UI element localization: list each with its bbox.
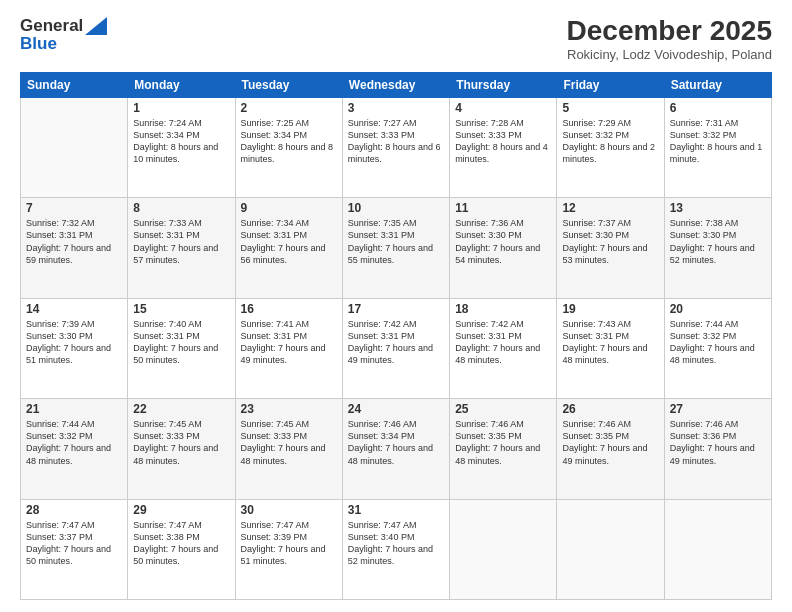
table-row: 13Sunrise: 7:38 AMSunset: 3:30 PMDayligh… — [664, 198, 771, 298]
day-info: Sunrise: 7:43 AMSunset: 3:31 PMDaylight:… — [562, 318, 658, 367]
table-row: 18Sunrise: 7:42 AMSunset: 3:31 PMDayligh… — [450, 298, 557, 398]
day-number: 14 — [26, 302, 122, 316]
day-info: Sunrise: 7:33 AMSunset: 3:31 PMDaylight:… — [133, 217, 229, 266]
table-row: 14Sunrise: 7:39 AMSunset: 3:30 PMDayligh… — [21, 298, 128, 398]
table-row: 11Sunrise: 7:36 AMSunset: 3:30 PMDayligh… — [450, 198, 557, 298]
calendar-header-row: Sunday Monday Tuesday Wednesday Thursday… — [21, 72, 772, 97]
col-thursday: Thursday — [450, 72, 557, 97]
day-info: Sunrise: 7:44 AMSunset: 3:32 PMDaylight:… — [26, 418, 122, 467]
day-info: Sunrise: 7:36 AMSunset: 3:30 PMDaylight:… — [455, 217, 551, 266]
table-row: 15Sunrise: 7:40 AMSunset: 3:31 PMDayligh… — [128, 298, 235, 398]
day-number: 17 — [348, 302, 444, 316]
day-info: Sunrise: 7:42 AMSunset: 3:31 PMDaylight:… — [348, 318, 444, 367]
day-number: 11 — [455, 201, 551, 215]
day-number: 20 — [670, 302, 766, 316]
day-number: 22 — [133, 402, 229, 416]
day-info: Sunrise: 7:46 AMSunset: 3:35 PMDaylight:… — [455, 418, 551, 467]
day-info: Sunrise: 7:44 AMSunset: 3:32 PMDaylight:… — [670, 318, 766, 367]
day-number: 25 — [455, 402, 551, 416]
day-info: Sunrise: 7:24 AMSunset: 3:34 PMDaylight:… — [133, 117, 229, 166]
day-number: 3 — [348, 101, 444, 115]
table-row: 2Sunrise: 7:25 AMSunset: 3:34 PMDaylight… — [235, 97, 342, 197]
table-row: 17Sunrise: 7:42 AMSunset: 3:31 PMDayligh… — [342, 298, 449, 398]
calendar-week-row: 7Sunrise: 7:32 AMSunset: 3:31 PMDaylight… — [21, 198, 772, 298]
day-number: 27 — [670, 402, 766, 416]
table-row — [664, 499, 771, 599]
table-row: 28Sunrise: 7:47 AMSunset: 3:37 PMDayligh… — [21, 499, 128, 599]
day-number: 12 — [562, 201, 658, 215]
day-number: 2 — [241, 101, 337, 115]
table-row: 5Sunrise: 7:29 AMSunset: 3:32 PMDaylight… — [557, 97, 664, 197]
month-title: December 2025 — [567, 16, 772, 47]
day-number: 4 — [455, 101, 551, 115]
col-friday: Friday — [557, 72, 664, 97]
day-number: 21 — [26, 402, 122, 416]
day-info: Sunrise: 7:37 AMSunset: 3:30 PMDaylight:… — [562, 217, 658, 266]
calendar-week-row: 14Sunrise: 7:39 AMSunset: 3:30 PMDayligh… — [21, 298, 772, 398]
col-saturday: Saturday — [664, 72, 771, 97]
table-row: 16Sunrise: 7:41 AMSunset: 3:31 PMDayligh… — [235, 298, 342, 398]
table-row: 27Sunrise: 7:46 AMSunset: 3:36 PMDayligh… — [664, 399, 771, 499]
svg-marker-0 — [85, 17, 107, 35]
table-row: 21Sunrise: 7:44 AMSunset: 3:32 PMDayligh… — [21, 399, 128, 499]
day-number: 10 — [348, 201, 444, 215]
day-info: Sunrise: 7:41 AMSunset: 3:31 PMDaylight:… — [241, 318, 337, 367]
day-info: Sunrise: 7:34 AMSunset: 3:31 PMDaylight:… — [241, 217, 337, 266]
header: General Blue December 2025 Rokiciny, Lod… — [20, 16, 772, 62]
day-info: Sunrise: 7:45 AMSunset: 3:33 PMDaylight:… — [133, 418, 229, 467]
day-info: Sunrise: 7:35 AMSunset: 3:31 PMDaylight:… — [348, 217, 444, 266]
table-row: 26Sunrise: 7:46 AMSunset: 3:35 PMDayligh… — [557, 399, 664, 499]
calendar-week-row: 21Sunrise: 7:44 AMSunset: 3:32 PMDayligh… — [21, 399, 772, 499]
day-info: Sunrise: 7:27 AMSunset: 3:33 PMDaylight:… — [348, 117, 444, 166]
table-row: 8Sunrise: 7:33 AMSunset: 3:31 PMDaylight… — [128, 198, 235, 298]
day-info: Sunrise: 7:46 AMSunset: 3:36 PMDaylight:… — [670, 418, 766, 467]
table-row: 20Sunrise: 7:44 AMSunset: 3:32 PMDayligh… — [664, 298, 771, 398]
day-info: Sunrise: 7:42 AMSunset: 3:31 PMDaylight:… — [455, 318, 551, 367]
day-number: 28 — [26, 503, 122, 517]
day-info: Sunrise: 7:38 AMSunset: 3:30 PMDaylight:… — [670, 217, 766, 266]
calendar-week-row: 1Sunrise: 7:24 AMSunset: 3:34 PMDaylight… — [21, 97, 772, 197]
day-info: Sunrise: 7:31 AMSunset: 3:32 PMDaylight:… — [670, 117, 766, 166]
day-number: 1 — [133, 101, 229, 115]
table-row: 4Sunrise: 7:28 AMSunset: 3:33 PMDaylight… — [450, 97, 557, 197]
day-number: 31 — [348, 503, 444, 517]
day-info: Sunrise: 7:40 AMSunset: 3:31 PMDaylight:… — [133, 318, 229, 367]
day-info: Sunrise: 7:46 AMSunset: 3:34 PMDaylight:… — [348, 418, 444, 467]
table-row: 22Sunrise: 7:45 AMSunset: 3:33 PMDayligh… — [128, 399, 235, 499]
calendar-week-row: 28Sunrise: 7:47 AMSunset: 3:37 PMDayligh… — [21, 499, 772, 599]
table-row — [557, 499, 664, 599]
day-info: Sunrise: 7:47 AMSunset: 3:37 PMDaylight:… — [26, 519, 122, 568]
day-number: 19 — [562, 302, 658, 316]
day-number: 16 — [241, 302, 337, 316]
day-number: 15 — [133, 302, 229, 316]
day-number: 5 — [562, 101, 658, 115]
table-row: 23Sunrise: 7:45 AMSunset: 3:33 PMDayligh… — [235, 399, 342, 499]
col-tuesday: Tuesday — [235, 72, 342, 97]
day-info: Sunrise: 7:45 AMSunset: 3:33 PMDaylight:… — [241, 418, 337, 467]
logo: General Blue — [20, 16, 107, 54]
day-number: 18 — [455, 302, 551, 316]
calendar: Sunday Monday Tuesday Wednesday Thursday… — [20, 72, 772, 600]
day-number: 23 — [241, 402, 337, 416]
table-row: 9Sunrise: 7:34 AMSunset: 3:31 PMDaylight… — [235, 198, 342, 298]
table-row — [21, 97, 128, 197]
day-number: 13 — [670, 201, 766, 215]
day-info: Sunrise: 7:29 AMSunset: 3:32 PMDaylight:… — [562, 117, 658, 166]
day-info: Sunrise: 7:25 AMSunset: 3:34 PMDaylight:… — [241, 117, 337, 166]
table-row: 19Sunrise: 7:43 AMSunset: 3:31 PMDayligh… — [557, 298, 664, 398]
table-row: 31Sunrise: 7:47 AMSunset: 3:40 PMDayligh… — [342, 499, 449, 599]
table-row: 24Sunrise: 7:46 AMSunset: 3:34 PMDayligh… — [342, 399, 449, 499]
day-number: 30 — [241, 503, 337, 517]
day-number: 26 — [562, 402, 658, 416]
table-row: 12Sunrise: 7:37 AMSunset: 3:30 PMDayligh… — [557, 198, 664, 298]
location: Rokiciny, Lodz Voivodeship, Poland — [567, 47, 772, 62]
logo-general: General — [20, 16, 83, 36]
table-row: 6Sunrise: 7:31 AMSunset: 3:32 PMDaylight… — [664, 97, 771, 197]
day-number: 29 — [133, 503, 229, 517]
logo-icon — [85, 17, 107, 35]
col-wednesday: Wednesday — [342, 72, 449, 97]
table-row: 25Sunrise: 7:46 AMSunset: 3:35 PMDayligh… — [450, 399, 557, 499]
day-info: Sunrise: 7:47 AMSunset: 3:38 PMDaylight:… — [133, 519, 229, 568]
day-number: 9 — [241, 201, 337, 215]
table-row: 7Sunrise: 7:32 AMSunset: 3:31 PMDaylight… — [21, 198, 128, 298]
